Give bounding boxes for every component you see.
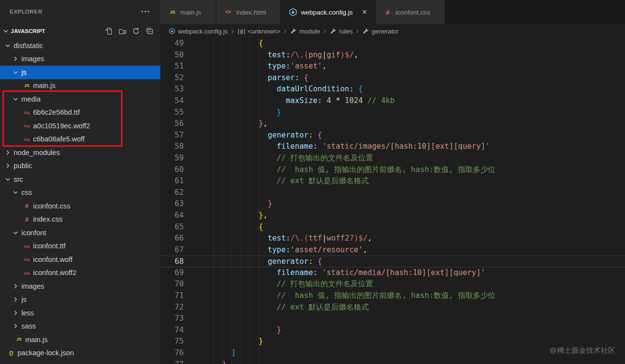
- tree-item-js[interactable]: js: [0, 293, 160, 307]
- code-line-64[interactable]: 64 },: [160, 210, 625, 222]
- code-text: // hash 值, 指输出的图片前缀名, hash:数值, 指取多少位: [184, 290, 495, 302]
- code-line-67[interactable]: 67 type:'asset/resource',: [160, 244, 625, 256]
- line-number: 64: [160, 210, 184, 222]
- new-folder-icon[interactable]: [119, 27, 126, 35]
- tree-item-label: less: [21, 309, 34, 317]
- code-line-71[interactable]: 71 // hash 值, 指输出的图片前缀名, hash:数值, 指取多少位: [160, 290, 625, 302]
- tree-item-css[interactable]: css: [0, 186, 160, 200]
- code-line-70[interactable]: 70 // 打包输出的文件名及位置: [160, 278, 625, 290]
- tab-webpack-config-js[interactable]: webpack.config.js×: [281, 0, 376, 24]
- line-number: 69: [160, 267, 184, 279]
- code-line-63[interactable]: 63 }: [160, 198, 625, 210]
- chevron-down-icon: [12, 229, 19, 237]
- line-number: 55: [160, 107, 184, 119]
- tree-item-label: iconfont.css: [33, 202, 70, 210]
- section-header-javascript[interactable]: JAVASCRIPT: [0, 23, 160, 39]
- line-number: 75: [160, 336, 184, 347]
- code-line-69[interactable]: 69 filename: 'static/media/[hash:10][ext…: [160, 267, 625, 279]
- tab-index-html[interactable]: <>index.html: [216, 0, 281, 24]
- tree-item-images[interactable]: images: [0, 279, 160, 293]
- code-line-60[interactable]: 60 // hash 值, 指输出的图片前缀名, hash:数值, 指取多少位: [160, 164, 625, 176]
- tree-item-js[interactable]: js: [0, 66, 160, 79]
- breadcrumb-item-module[interactable]: module: [290, 27, 320, 35]
- code-line-66[interactable]: 66 test:/\.(ttf|woff2?)$/,: [160, 233, 625, 244]
- code-line-51[interactable]: 51 type:'asset',: [160, 61, 625, 72]
- code-line-49[interactable]: 49 {: [160, 38, 625, 50]
- code-line-75[interactable]: 75 }: [160, 336, 625, 347]
- font-file-icon: Aa: [22, 137, 31, 142]
- code-text: ]: [184, 347, 236, 359]
- code-line-52[interactable]: 52 parser: {: [160, 72, 625, 84]
- tree-item-main-js[interactable]: JSmain.js: [0, 79, 160, 93]
- code-line-58[interactable]: 58 filename: 'static/images/[hash:10][ex…: [160, 141, 625, 153]
- code-line-55[interactable]: 55 }: [160, 107, 625, 119]
- tree-item-public[interactable]: public: [0, 159, 160, 173]
- code-line-76[interactable]: 76 ]: [160, 347, 625, 359]
- code-line-77[interactable]: 77 }: [160, 359, 625, 364]
- tab-iconfont-css[interactable]: #iconfont.css: [376, 0, 445, 24]
- tree-item-images[interactable]: images: [0, 52, 160, 66]
- tree-item-c6ba08afe5-woff[interactable]: Aac6ba08afe5.woff: [0, 133, 160, 146]
- tree-item-node-modules[interactable]: node_modules: [0, 146, 160, 159]
- tree-item-iconfont[interactable]: iconfont: [0, 226, 160, 240]
- tree-item-label: iconfont.woff2: [33, 269, 76, 277]
- tree-item-6b6c2e56bd-ttf[interactable]: Aa6b6c2e56bd.ttf: [0, 106, 160, 120]
- tree-item-index-css[interactable]: #index.css: [0, 213, 160, 226]
- font-file-icon: Aa: [22, 271, 31, 276]
- code-text: // hash 值, 指输出的图片前缀名, hash:数值, 指取多少位: [184, 164, 495, 176]
- tree-item-src[interactable]: src: [0, 173, 160, 186]
- tree-item-less[interactable]: less: [0, 306, 160, 320]
- code-line-50[interactable]: 50 test:/\.(png|gif)$/,: [160, 50, 625, 61]
- code-editor[interactable]: 49 {50 test:/\.(png|gif)$/,51 type:'asse…: [160, 38, 625, 364]
- code-line-53[interactable]: 53 dataUrlCondition: {: [160, 84, 625, 95]
- code-line-72[interactable]: 72 // ext 默认是后缀名格式: [160, 302, 625, 313]
- tree-item-package-lock-json[interactable]: {}package-lock.json: [0, 347, 160, 360]
- code-line-74[interactable]: 74 }: [160, 325, 625, 336]
- css-file-icon: #: [22, 216, 31, 223]
- code-line-54[interactable]: 54 maxSize: 4 * 1024 // 4kb: [160, 95, 625, 107]
- breadcrumb-item-rules[interactable]: rules: [330, 27, 353, 35]
- tree-item-iconfont-ttf[interactable]: Aaiconfont.ttf: [0, 240, 160, 253]
- code-lines: 49 {50 test:/\.(png|gif)$/,51 type:'asse…: [160, 38, 625, 364]
- code-text: }: [184, 107, 281, 119]
- chevron-down-icon: [4, 175, 12, 183]
- tree-item-a0c10519ec-woff2[interactable]: Aaa0c10519ec.woff2: [0, 119, 160, 133]
- tree-item-dist-static[interactable]: dist\static: [0, 39, 160, 52]
- collapse-all-icon[interactable]: [146, 27, 154, 35]
- code-line-56[interactable]: 56 },: [160, 118, 625, 130]
- breadcrumb-separator-icon: [229, 28, 236, 35]
- tree-item-partial[interactable]: {}: [0, 360, 160, 364]
- code-line-68[interactable]: 68 generator: {: [160, 256, 625, 267]
- code-line-59[interactable]: 59 // 打包输出的文件名及位置: [160, 153, 625, 164]
- tab-label: iconfont.css: [396, 9, 430, 16]
- tree-item-sass[interactable]: sass: [0, 320, 160, 333]
- code-text: type:'asset/resource',: [184, 244, 367, 256]
- tab-main-js[interactable]: JSmain.js: [160, 0, 216, 24]
- breadcrumb-item-generator[interactable]: generator: [362, 27, 399, 35]
- code-line-62[interactable]: 62: [160, 187, 625, 199]
- code-text: // 打包输出的文件名及位置: [184, 153, 373, 164]
- code-text: {: [184, 222, 263, 233]
- tree-item-label: c6ba08afe5.woff: [33, 135, 85, 143]
- breadcrumb-item-unknown[interactable]: [@]<unknown>: [237, 27, 280, 35]
- tree-item-iconfont-woff[interactable]: Aaiconfont.woff: [0, 253, 160, 266]
- code-line-65[interactable]: 65 {: [160, 222, 625, 233]
- breadcrumb-item-webpack-config-js[interactable]: webpack.config.js: [168, 27, 228, 35]
- code-line-73[interactable]: 73: [160, 313, 625, 325]
- tree-item-label: js: [21, 69, 26, 76]
- line-number: 61: [160, 175, 184, 187]
- code-text: generator: {: [184, 130, 322, 141]
- more-actions-icon[interactable]: ···: [141, 9, 151, 14]
- tree-item-label: iconfont.woff: [33, 256, 72, 263]
- tree-item-main-js[interactable]: JSmain.js: [0, 333, 160, 347]
- tree-item-media[interactable]: media: [0, 92, 160, 106]
- close-icon[interactable]: ×: [360, 7, 369, 17]
- code-line-61[interactable]: 61 // ext 默认是后缀名格式: [160, 175, 625, 187]
- tree-item-iconfont-css[interactable]: #iconfont.css: [0, 199, 160, 213]
- refresh-icon[interactable]: [132, 27, 140, 35]
- code-line-57[interactable]: 57 generator: {: [160, 130, 625, 141]
- tree-item-iconfont-woff2[interactable]: Aaiconfont.woff2: [0, 266, 160, 280]
- new-file-icon[interactable]: [105, 27, 113, 35]
- chevron-down-icon: [12, 69, 19, 76]
- code-text: // ext 默认是后缀名格式: [184, 302, 369, 313]
